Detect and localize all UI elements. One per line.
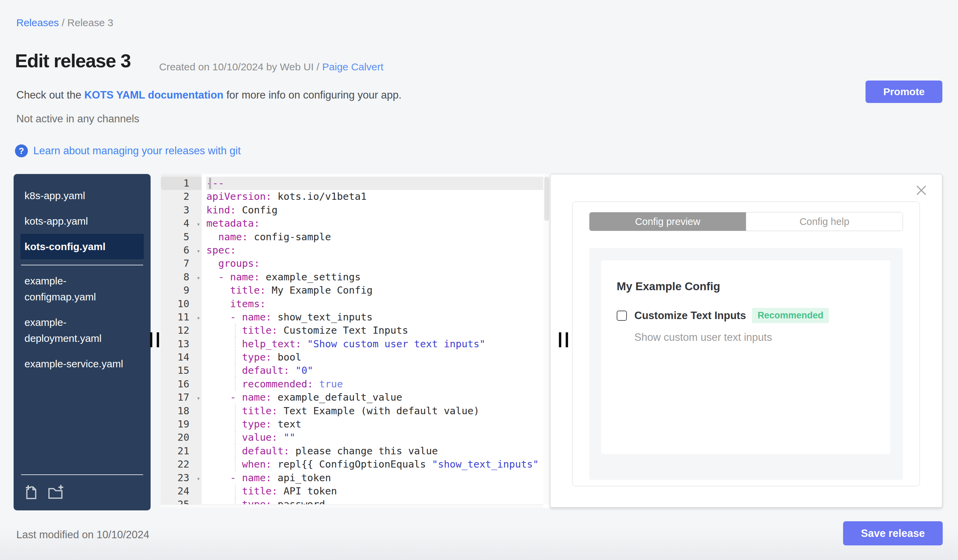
code-line-20[interactable]: value: "" xyxy=(206,431,550,444)
file-label-line: kots-app.yaml xyxy=(24,213,140,229)
code-line-11[interactable]: - name: show_text_inputs xyxy=(206,310,550,324)
recommended-badge: Recommended xyxy=(752,308,829,323)
code-line-15[interactable]: default: "0" xyxy=(206,364,550,377)
line-number: 17 xyxy=(161,391,201,404)
line-number: 8 xyxy=(161,271,201,284)
gutter-line-14: 14 xyxy=(161,351,201,364)
breadcrumb: Releases / Release 3 xyxy=(16,17,113,28)
line-number: 11 xyxy=(161,310,201,324)
code-line-13[interactable]: help_text: "Show custom user text inputs… xyxy=(206,337,550,351)
editor-code[interactable]: ---apiVersion: kots.io/v1beta1kind: Conf… xyxy=(201,174,550,508)
customize-text-inputs-checkbox[interactable] xyxy=(617,310,627,321)
created-on-text: Created on 10/10/2024 by Web UI / xyxy=(159,61,322,73)
gutter-line-12: 12 xyxy=(161,324,201,337)
preview-tab-strip: Config preview Config help xyxy=(589,212,903,231)
line-number: 13 xyxy=(161,337,201,351)
file-list-top: k8s-app.yamlkots-app.yamlkots-config.yam… xyxy=(21,183,144,259)
sidebar-file-kots-config.yaml[interactable]: kots-config.yaml xyxy=(21,234,144,259)
gutter-line-23: 23▾ xyxy=(161,471,201,484)
line-number: 24 xyxy=(161,484,201,498)
code-line-12[interactable]: title: Customize Text Inputs xyxy=(206,324,550,337)
fold-arrow-icon[interactable]: ▾ xyxy=(197,217,200,231)
code-line-22[interactable]: when: repl{{ ConfigOptionEquals "show_te… xyxy=(206,458,550,471)
fold-arrow-icon[interactable]: ▾ xyxy=(197,271,200,285)
vertical-scrollbar-thumb[interactable] xyxy=(544,177,549,221)
fold-arrow-icon[interactable]: ▾ xyxy=(197,472,200,485)
line-number: 1 xyxy=(161,177,201,190)
breadcrumb-separator: / xyxy=(59,17,67,28)
doc-info-suffix: for more info on configuring your app. xyxy=(224,89,401,101)
code-line-14[interactable]: type: bool xyxy=(206,351,550,364)
page-title: Edit release 3 xyxy=(15,50,130,72)
code-line-16[interactable]: recommended: true xyxy=(206,378,550,391)
breadcrumb-releases-link[interactable]: Releases xyxy=(16,17,59,28)
code-line-10[interactable]: items: xyxy=(206,297,550,310)
code-line-5[interactable]: name: config-sample xyxy=(206,230,550,244)
vertical-scrollbar[interactable] xyxy=(543,174,550,504)
code-line-24[interactable]: title: API token xyxy=(206,484,550,498)
sidebar-file-kots-app.yaml[interactable]: kots-app.yaml xyxy=(21,208,144,234)
promote-button[interactable]: Promote xyxy=(866,81,942,103)
code-line-18[interactable]: title: Text Example (with default value) xyxy=(206,404,550,418)
line-number: 21 xyxy=(161,445,201,458)
tab-config-preview[interactable]: Config preview xyxy=(590,212,746,231)
yaml-code-editor: 1234▾56▾78▾91011▾121314151617▾1819202122… xyxy=(161,174,550,508)
line-number: 18 xyxy=(161,404,201,418)
sidebar-file-k8s-app.yaml[interactable]: k8s-app.yaml xyxy=(21,183,144,208)
gutter-line-20: 20 xyxy=(161,431,201,444)
save-release-button[interactable]: Save release xyxy=(843,521,943,546)
gutter-line-22: 22 xyxy=(161,458,201,471)
file-label-line: example- xyxy=(24,273,140,289)
release-meta: Created on 10/10/2024 by Web UI / Paige … xyxy=(159,61,384,73)
line-number: 4 xyxy=(161,217,201,230)
sidebar-resize-handle[interactable] xyxy=(150,332,159,347)
code-line-1[interactable]: --- xyxy=(206,177,550,190)
fold-arrow-icon[interactable]: ▾ xyxy=(197,311,200,324)
file-sidebar: k8s-app.yamlkots-app.yamlkots-config.yam… xyxy=(14,174,151,510)
code-line-8[interactable]: - name: example_settings xyxy=(206,271,550,284)
line-number: 5 xyxy=(161,230,201,244)
config-preview-panel: Config preview Config help My Example Co… xyxy=(550,174,942,508)
code-line-7[interactable]: groups: xyxy=(206,257,550,270)
close-icon[interactable] xyxy=(914,183,928,198)
code-line-2[interactable]: apiVersion: kots.io/v1beta1 xyxy=(206,190,550,203)
horizontal-scrollbar[interactable] xyxy=(161,504,543,508)
sidebar-file-example-configmap.yaml[interactable]: example-configmap.yaml xyxy=(21,268,144,310)
fold-arrow-icon[interactable]: ▾ xyxy=(197,244,200,258)
gutter-line-3: 3 xyxy=(161,204,201,217)
line-number: 3 xyxy=(161,204,201,217)
code-line-21[interactable]: default: please change this value xyxy=(206,445,550,458)
breadcrumb-current: Release 3 xyxy=(67,17,113,28)
gutter-line-18: 18 xyxy=(161,404,201,418)
preview-resize-handle[interactable] xyxy=(559,332,568,347)
gutter-line-17: 17▾ xyxy=(161,391,201,404)
preview-body: My Example Config Customize Text Inputs … xyxy=(589,248,903,480)
line-number: 7 xyxy=(161,257,201,270)
code-line-17[interactable]: - name: example_default_value xyxy=(206,391,550,404)
last-modified-text: Last modified on 10/10/2024 xyxy=(16,529,149,541)
gutter-line-13: 13 xyxy=(161,337,201,351)
code-line-9[interactable]: title: My Example Config xyxy=(206,284,550,297)
new-folder-icon[interactable] xyxy=(47,484,65,501)
code-line-3[interactable]: kind: Config xyxy=(206,204,550,217)
gutter-line-2: 2 xyxy=(161,190,201,203)
edit-release-page: { "colors": { "accent_blue_link": "#3e7b… xyxy=(0,0,958,560)
gutter-line-7: 7 xyxy=(161,257,201,270)
gutter-line-24: 24 xyxy=(161,484,201,498)
new-file-icon[interactable] xyxy=(23,484,40,501)
sidebar-file-example-deployment.yaml[interactable]: example-deployment.yaml xyxy=(21,310,144,351)
code-line-6[interactable]: spec: xyxy=(206,244,550,257)
gutter-line-10: 10 xyxy=(161,297,201,310)
channel-status: Not active in any channels xyxy=(16,113,140,125)
kots-yaml-doc-link[interactable]: KOTS YAML documentation xyxy=(84,89,224,101)
code-line-23[interactable]: - name: api_token xyxy=(206,471,550,484)
code-line-19[interactable]: type: text xyxy=(206,418,550,431)
fold-arrow-icon[interactable]: ▾ xyxy=(197,391,200,405)
tab-config-help[interactable]: Config help xyxy=(746,212,902,231)
author-link[interactable]: Paige Calvert xyxy=(322,61,384,73)
sidebar-file-example-service.yaml[interactable]: example-service.yaml xyxy=(21,351,144,376)
sidebar-actions-divider xyxy=(21,475,143,475)
doc-info-line: Check out the KOTS YAML documentation fo… xyxy=(16,89,401,101)
code-line-4[interactable]: metadata: xyxy=(206,217,550,230)
git-releases-link[interactable]: ? Learn about managing your releases wit… xyxy=(15,144,241,157)
